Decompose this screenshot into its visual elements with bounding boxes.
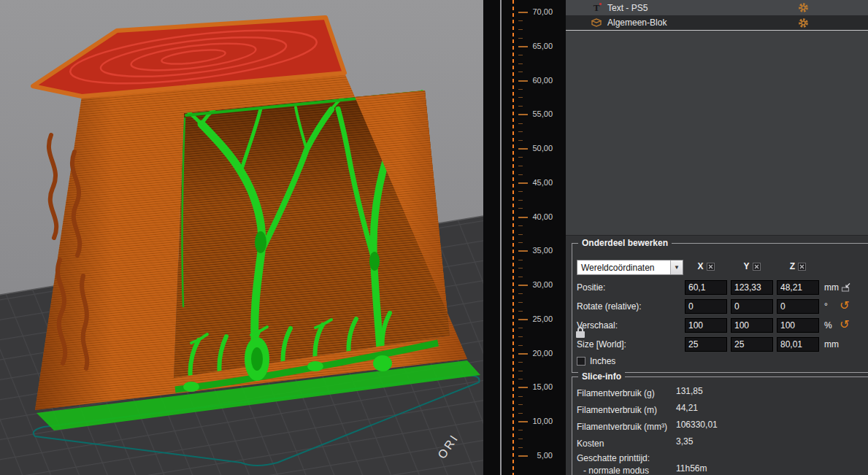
ruler-label: 50,00: [532, 144, 553, 153]
model-item-label: Text - PS5: [607, 3, 648, 13]
text-model-icon: T: [591, 2, 602, 14]
ruler-minor-tick: [518, 396, 523, 397]
ruler-label: 65,00: [532, 42, 553, 51]
ruler-label: 25,00: [532, 314, 553, 324]
layer-range-indicator[interactable]: [512, 0, 514, 475]
ruler-major-tick: [518, 114, 528, 115]
slicer-app-window: ORI 70,0065,0060,0055,0050,0045,0040,003…: [0, 0, 868, 475]
ruler-minor-tick: [518, 293, 523, 294]
ruler-major-tick: [518, 387, 528, 388]
axis-x-icon[interactable]: [707, 263, 715, 271]
layer-ruler-scale: 70,0065,0060,0055,0050,0045,0040,0035,00…: [483, 0, 566, 475]
ruler-minor-tick: [518, 208, 523, 209]
scale-x-input[interactable]: [685, 318, 727, 333]
ruler-minor-tick: [518, 345, 523, 346]
scale-z-input[interactable]: [777, 318, 819, 333]
viewport-3d[interactable]: ORI: [0, 0, 483, 475]
slice-info-row: Kosten 3,35: [577, 436, 867, 448]
ruler-minor-tick: [518, 268, 523, 269]
ruler-label: 15,00: [532, 382, 553, 392]
layer-slider-track[interactable]: [500, 0, 502, 475]
ruler-major-tick: [518, 148, 528, 150]
ruler-minor-tick: [518, 430, 523, 430]
slice-info-row: Filamentverbruik (g) 131,85: [577, 386, 867, 398]
ruler-minor-tick: [518, 439, 523, 439]
model-list-item-text-ps5[interactable]: T Text - PS5: [566, 0, 868, 15]
ruler-minor-tick: [518, 72, 523, 72]
ruler-major-tick: [518, 421, 528, 422]
ruler-label: 45,00: [532, 178, 553, 188]
ruler-major-tick: [518, 285, 528, 286]
ruler-label: 10,00: [532, 417, 553, 426]
ruler-major-tick: [518, 455, 528, 457]
checkbox-box[interactable]: [577, 357, 585, 366]
viewport-3d-scene[interactable]: ORI: [0, 0, 483, 475]
scale-row: Verschaal: % ↺: [572, 318, 868, 334]
ruler-minor-tick: [518, 277, 523, 277]
ruler-major-tick: [518, 46, 528, 47]
ruler-minor-tick: [518, 225, 523, 226]
ruler-minor-tick: [518, 336, 523, 337]
rotate-x-input[interactable]: [685, 299, 727, 314]
ruler-label: 35,00: [532, 246, 553, 255]
chevron-down-icon: ▼: [670, 260, 683, 274]
position-x-input[interactable]: [685, 280, 727, 295]
axis-z-icon[interactable]: [798, 263, 806, 271]
slice-info-row: Filamentverbruik (m) 44,21: [577, 403, 867, 414]
axis-header-x: X: [685, 261, 727, 271]
ruler-minor-tick: [518, 140, 523, 141]
ruler-minor-tick: [518, 191, 523, 192]
ruler-minor-tick: [518, 174, 523, 175]
size-z-input[interactable]: [777, 337, 819, 352]
rotate-reset-icon[interactable]: ↺: [840, 298, 849, 313]
slice-info-row: Filamentverbruik (mm³) 106330,01: [577, 420, 867, 431]
model-settings-gear-icon[interactable]: [798, 2, 809, 13]
scale-reset-icon[interactable]: ↺: [840, 317, 849, 332]
slice-info-group-title: Slice-info: [578, 371, 625, 382]
place-on-bed-icon[interactable]: [841, 282, 851, 293]
ruler-label: 5,00: [537, 451, 553, 460]
ruler-minor-tick: [518, 131, 523, 132]
ruler-minor-tick: [518, 447, 523, 448]
rotate-y-input[interactable]: [731, 299, 773, 314]
axis-y-icon[interactable]: [753, 263, 761, 271]
model-list-item-algemeen-blok[interactable]: Algemeen-Blok: [566, 15, 868, 31]
rotate-z-input[interactable]: [777, 299, 819, 314]
model-settings-gear-icon[interactable]: [798, 18, 809, 28]
axis-header-z: Z: [777, 261, 819, 271]
ruler-minor-tick: [518, 38, 523, 39]
position-y-input[interactable]: [731, 280, 773, 295]
ruler-minor-tick: [518, 55, 523, 55]
ruler-minor-tick: [518, 106, 523, 107]
ruler-major-tick: [518, 217, 528, 218]
inches-checkbox[interactable]: Inches: [577, 356, 615, 366]
uniform-scale-lock-icon[interactable]: [575, 327, 585, 338]
ruler-minor-tick: [518, 157, 523, 158]
model-item-label: Algemeen-Blok: [607, 18, 667, 28]
ruler-minor-tick: [518, 328, 523, 328]
ruler-label: 55,00: [532, 109, 553, 119]
ruler-minor-tick: [518, 97, 523, 98]
size-row: Size [World]: mm: [572, 337, 868, 353]
ruler-minor-tick: [518, 20, 523, 21]
right-side-panel: T Text - PS5 Algemeen-Blok Onderdeel: [566, 0, 868, 475]
ruler-label: 60,00: [532, 76, 553, 85]
ruler-minor-tick: [518, 63, 523, 64]
scale-y-input[interactable]: [731, 318, 773, 333]
size-y-input[interactable]: [731, 337, 773, 352]
ruler-minor-tick: [518, 413, 523, 414]
ruler-minor-tick: [518, 379, 523, 379]
ruler-minor-tick: [518, 242, 523, 243]
size-x-input[interactable]: [685, 337, 727, 352]
coordinate-system-dropdown[interactable]: Wereldcoördinaten ▼: [577, 260, 683, 275]
ruler-minor-tick: [518, 260, 523, 260]
ruler-major-tick: [518, 250, 528, 252]
ruler-minor-tick: [518, 166, 523, 166]
ruler-minor-tick: [518, 123, 523, 124]
axis-header-y: Y: [731, 261, 773, 271]
rotate-row: Rotate (relative): ° ↺: [572, 299, 868, 315]
ruler-label: 30,00: [532, 280, 553, 290]
edit-part-group-title: Onderdeel bewerken: [578, 238, 672, 248]
position-z-input[interactable]: [777, 280, 819, 295]
properties-area: Onderdeel bewerken Wereldcoördinaten ▼ X…: [566, 235, 868, 475]
